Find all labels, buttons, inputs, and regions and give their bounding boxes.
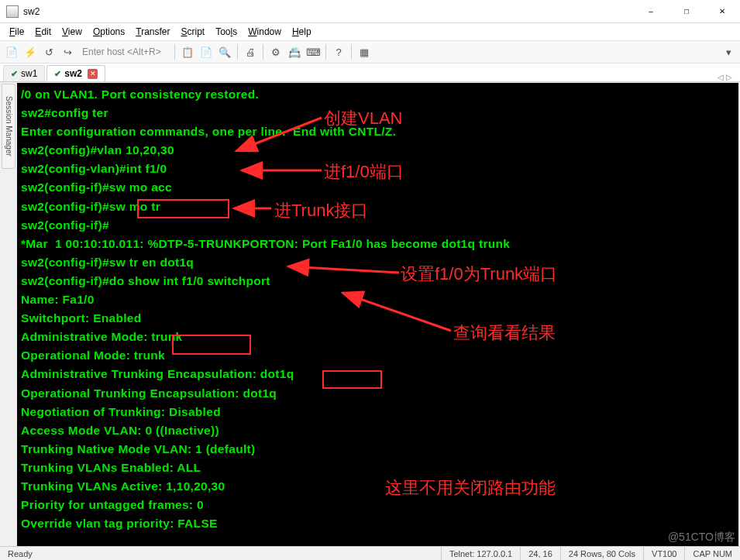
terminal-line: sw2(config-if)#sw mo tr xyxy=(21,198,735,216)
menu-edit[interactable]: Edit xyxy=(30,25,56,39)
status-ready: Ready xyxy=(0,547,40,560)
menu-tools[interactable]: Tools xyxy=(211,25,242,39)
paste-icon[interactable]: 📄 xyxy=(198,43,215,60)
watermark: @51CTO博客 xyxy=(668,531,735,545)
tab-sw1[interactable]: ✔ sw1 xyxy=(3,65,45,81)
toolbar: 📄 ⚡ ↺ ↪ Enter host <Alt+R> 📋 📄 🔍 🖨 ⚙ 📇 ⌨… xyxy=(0,40,740,64)
terminal-line: sw2(config-if)#sw tr en dot1q xyxy=(21,253,735,272)
menu-options[interactable]: Options xyxy=(88,25,129,39)
keymap-icon[interactable]: ⌨ xyxy=(305,43,322,60)
terminal-line: sw2(config)#vlan 10,20,30 xyxy=(21,141,735,160)
quick-connect-icon[interactable]: ⚡ xyxy=(22,43,39,60)
menubar: File Edit View Options Transfer Script T… xyxy=(0,23,740,40)
copy-icon[interactable]: 📋 xyxy=(179,43,196,60)
menu-view[interactable]: View xyxy=(57,25,87,39)
status-capnum: CAP NUM xyxy=(684,547,740,560)
session-options-icon[interactable]: 📇 xyxy=(286,43,303,60)
terminal-line: Switchport: Enabled xyxy=(21,309,735,328)
menu-help[interactable]: Help xyxy=(287,25,316,39)
find-icon[interactable]: 🔍 xyxy=(216,43,233,60)
terminal-line: Administrative Mode: trunk xyxy=(21,328,735,346)
host-input[interactable]: Enter host <Alt+R> xyxy=(77,46,170,57)
terminal-line: Operational Mode: trunk xyxy=(21,346,735,365)
terminal-line: sw2#config ter xyxy=(21,104,735,122)
menu-script[interactable]: Script xyxy=(177,25,210,39)
titlebar: sw2 – □ ✕ xyxy=(0,0,740,23)
status-size: 24 Rows, 80 Cols xyxy=(560,547,643,560)
terminal-line: Enter configuration commands, one per li… xyxy=(21,122,735,141)
tab-close-icon[interactable]: ✕ xyxy=(88,69,98,79)
menu-transfer[interactable]: Transfer xyxy=(131,25,174,39)
maximize-button[interactable]: □ xyxy=(669,0,704,23)
status-term: VT100 xyxy=(643,547,684,560)
help-icon[interactable]: ? xyxy=(330,43,347,60)
tabbar: ✔ sw1 ✔ sw2 ✕ ◁ ▷ xyxy=(0,64,740,82)
tile-icon[interactable]: ▦ xyxy=(356,43,373,60)
terminal-line: *Mar 1 00:10:10.011: %DTP-5-TRUNKPORTON:… xyxy=(21,235,735,253)
tab-label: sw1 xyxy=(21,68,37,79)
reconnect-icon[interactable]: ↺ xyxy=(40,43,57,60)
tab-next-icon[interactable]: ▷ xyxy=(726,73,732,81)
check-icon: ✔ xyxy=(54,69,61,79)
terminal-line: Trunking VLANs Enabled: ALL xyxy=(21,459,735,477)
tab-nav: ◁ ▷ xyxy=(718,73,737,81)
terminal-line: sw2(config-vlan)#int f1/0 xyxy=(21,160,735,178)
print-icon[interactable]: 🖨 xyxy=(242,43,259,60)
disconnect-icon[interactable]: ↪ xyxy=(59,43,76,60)
session-manager-tab[interactable]: Session Manager xyxy=(2,84,15,169)
menu-window[interactable]: Window xyxy=(243,25,286,39)
terminal-line: sw2(config-if)#do show int f1/0 switchpo… xyxy=(21,272,735,290)
terminal-line: sw2(config-if)# xyxy=(21,216,735,235)
minimize-button[interactable]: – xyxy=(633,0,669,23)
terminal[interactable]: /0 on VLAN1. Port consistency restored.s… xyxy=(17,83,738,546)
menu-file[interactable]: File xyxy=(5,25,29,39)
new-session-icon[interactable]: 📄 xyxy=(3,43,20,60)
statusbar: Ready Telnet: 127.0.0.1 24, 16 24 Rows, … xyxy=(0,546,740,560)
terminal-line: Priority for untagged frames: 0 xyxy=(21,496,735,514)
toolbar-dropdown-icon[interactable]: ▾ xyxy=(720,43,737,60)
tab-label: sw2 xyxy=(64,68,82,79)
terminal-line: Access Mode VLAN: 0 ((Inactive)) xyxy=(21,421,735,440)
close-button[interactable]: ✕ xyxy=(704,0,740,23)
window-title: sw2 xyxy=(23,6,40,17)
terminal-line: Trunking Native Mode VLAN: 1 (default) xyxy=(21,440,735,459)
tab-prev-icon[interactable]: ◁ xyxy=(718,73,724,81)
status-connection: Telnet: 127.0.0.1 xyxy=(441,547,520,560)
settings-icon[interactable]: ⚙ xyxy=(267,43,284,60)
status-position: 24, 16 xyxy=(520,547,560,560)
terminal-line: /0 on VLAN1. Port consistency restored. xyxy=(21,85,735,104)
terminal-line: Override vlan tag priority: FALSE xyxy=(21,514,735,533)
app-icon xyxy=(6,5,19,18)
tab-sw2[interactable]: ✔ sw2 ✕ xyxy=(46,65,105,81)
terminal-line: Administrative Trunking Encapsulation: d… xyxy=(21,365,735,383)
terminal-line: Operational Trunking Encapsulation: dot1… xyxy=(21,384,735,403)
terminal-line: Name: Fa1/0 xyxy=(21,290,735,309)
terminal-line: sw2(config-if)#sw mo acc xyxy=(21,178,735,197)
terminal-line: Trunking VLANs Active: 1,10,20,30 xyxy=(21,477,735,496)
check-icon: ✔ xyxy=(11,69,18,79)
terminal-line: Negotiation of Trunking: Disabled xyxy=(21,403,735,421)
